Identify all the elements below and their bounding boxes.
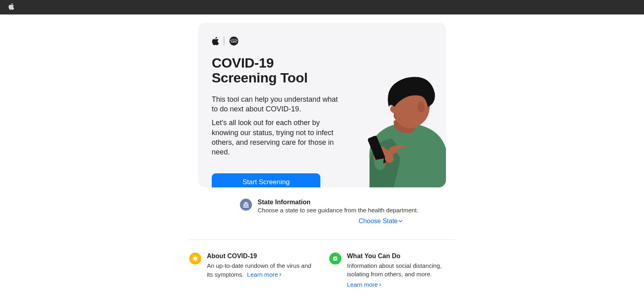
hero-paragraph-1: This tool can help you understand what t… [212, 95, 345, 114]
svg-line-17 [197, 257, 198, 257]
page-content: CDC COVID-19 Screening Tool This tool ca… [97, 14, 547, 288]
hero-logos: CDC [212, 36, 432, 46]
about-desc: An up-to-date rundown of the virus and i… [207, 261, 315, 279]
do-title: What You Can Do [347, 253, 455, 260]
checklist-icon [329, 253, 341, 265]
about-covid-card: About COVID-19 An up-to-date rundown of … [189, 253, 315, 288]
svg-rect-18 [333, 257, 337, 261]
hero-body: This tool can help you understand what t… [212, 95, 345, 157]
svg-text:CDC: CDC [231, 40, 237, 43]
hero-paragraph-2: Let's all look out for each other by kno… [212, 118, 345, 157]
hero-title-line2: Screening Tool [212, 70, 308, 85]
hero-illustration [345, 67, 446, 187]
what-you-can-do-card: What You Can Do Information about social… [329, 253, 455, 288]
svg-line-16 [193, 260, 194, 261]
state-info-desc: Choose a state to see guidance from the … [258, 207, 418, 214]
hero-title-line1: COVID-19 [212, 55, 274, 70]
svg-rect-6 [246, 204, 247, 206]
government-building-icon [240, 199, 252, 211]
state-info-title: State Information [258, 199, 418, 206]
about-learn-more-link[interactable]: Learn more [247, 270, 281, 279]
svg-point-2 [417, 102, 425, 112]
logo-divider [224, 37, 224, 45]
svg-rect-5 [245, 204, 246, 206]
choose-state-label: Choose State [359, 218, 398, 225]
info-cards: About COVID-19 An up-to-date rundown of … [189, 253, 455, 288]
svg-line-14 [193, 257, 194, 257]
about-title: About COVID-19 [207, 253, 315, 260]
svg-rect-8 [243, 207, 249, 208]
cdc-icon: CDC [229, 36, 239, 46]
svg-point-9 [194, 257, 197, 260]
virus-icon [189, 253, 201, 265]
global-nav [0, 0, 644, 14]
apple-icon [212, 37, 219, 45]
do-desc: Information about social distancing, iso… [347, 261, 455, 278]
svg-rect-4 [244, 204, 244, 206]
apple-logo[interactable] [8, 3, 14, 12]
do-learn-more-link[interactable]: Learn more [347, 281, 381, 288]
chevron-down-icon [398, 219, 402, 223]
svg-rect-7 [248, 204, 248, 206]
hero-card: CDC COVID-19 Screening Tool This tool ca… [198, 23, 446, 187]
start-screening-button[interactable]: Start Screening [212, 173, 320, 187]
state-info-section: State Information Choose a state to see … [198, 199, 446, 214]
section-divider [189, 239, 455, 240]
choose-state-link[interactable]: Choose State [359, 218, 402, 225]
svg-line-15 [197, 260, 198, 261]
